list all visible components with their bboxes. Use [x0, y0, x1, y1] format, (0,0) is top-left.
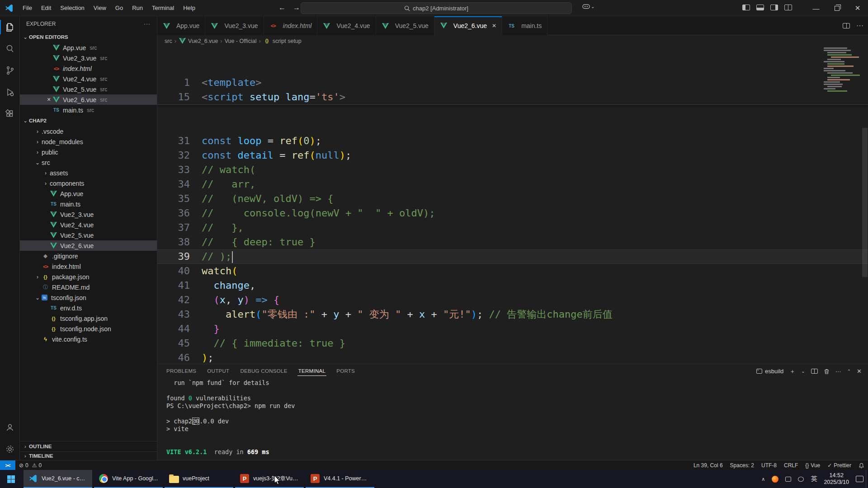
tree-item-src[interactable]: ⌄src [20, 157, 157, 168]
tree-item-tsconfig.app.json[interactable]: {}tsconfig.app.json [20, 313, 157, 324]
tree-item-public[interactable]: ›public [20, 147, 157, 157]
outline-section[interactable]: › OUTLINE [20, 441, 157, 451]
tree-item-tsconfig.node.json[interactable]: {}tsconfig.node.json [20, 324, 157, 334]
code-line-42[interactable]: 42 (x, y) => { [157, 293, 868, 307]
menu-run[interactable]: Run [127, 2, 147, 14]
command-center-search[interactable]: chap2 [Administrator] [301, 2, 572, 14]
open-editor-main.ts[interactable]: TSmain.tssrc [20, 105, 157, 115]
tab-index.html[interactable]: <>index.html [264, 16, 318, 35]
tab-App.vue[interactable]: App.vue [157, 16, 205, 35]
code-line-1[interactable]: 1<template> [157, 75, 868, 90]
close-button[interactable]: ✕ [847, 0, 868, 16]
close-icon[interactable]: ✕ [45, 97, 52, 103]
status-spaces-2[interactable]: Spaces: 2 [730, 462, 754, 469]
taskbar-item-3[interactable]: vueProject [165, 470, 233, 488]
start-button[interactable] [0, 470, 22, 488]
code-line-35[interactable]: 35// (newV, oldV) => { [157, 192, 868, 206]
tree-item-.gitignore[interactable]: ◆.gitignore [20, 251, 157, 261]
code-line-43[interactable]: 43 alert("零钱由 :" + y + " 变为 " + x + "元!"… [157, 307, 868, 322]
timeline-section[interactable]: › TIMELINE [20, 451, 157, 460]
breadcrumb-item[interactable]: {}script setup [263, 38, 302, 44]
maximize-panel-icon[interactable]: ⌃ [847, 369, 851, 374]
terminal-profile[interactable]: esbuild [756, 368, 783, 375]
activity-explorer-icon[interactable] [0, 16, 20, 38]
panel-tab-ports[interactable]: PORTS [332, 364, 359, 378]
tree-item-package.json[interactable]: ›{}package.json [20, 272, 157, 282]
editor-more-actions-icon[interactable]: ··· [856, 22, 863, 30]
tree-item-vite.config.ts[interactable]: ϟvite.config.ts [20, 334, 157, 344]
tree-item-.vscode[interactable]: ›.vscode [20, 126, 157, 136]
panel-tab-output[interactable]: OUTPUT [203, 364, 234, 378]
show-desktop-button[interactable] [866, 470, 868, 488]
code-line-31[interactable]: 31const loop = ref(0); [157, 134, 868, 148]
breadcrumb[interactable]: src›Vue2_6.vue›Vue - Official›{}script s… [157, 35, 868, 47]
panel-tab-terminal[interactable]: TERMINAL [294, 364, 330, 378]
toggle-secondary-sidebar-icon[interactable] [770, 5, 778, 10]
open-editor-App.vue[interactable]: App.vuesrc [20, 42, 157, 53]
notifications-bell-icon[interactable] [859, 463, 864, 469]
close-icon[interactable]: ✕ [492, 23, 496, 29]
tree-item-main.ts[interactable]: TSmain.ts [20, 199, 157, 209]
tree-item-node_modules[interactable]: ›node_modules [20, 136, 157, 147]
menu-go[interactable]: Go [111, 2, 127, 14]
status-utf-8[interactable]: UTF-8 [761, 462, 777, 469]
tab-Vue2_5.vue[interactable]: Vue2_5.vue [376, 16, 434, 35]
code-line-46[interactable]: 46); [157, 351, 868, 364]
open-editor-Vue2_6.vue[interactable]: ✕Vue2_6.vuesrc [20, 94, 157, 105]
tree-item-tsconfig.json[interactable]: ⌄tstsconfig.json [20, 292, 157, 303]
status-vue[interactable]: {}Vue [805, 462, 820, 469]
code-line-45[interactable]: 45 // { immediate: true } [157, 336, 868, 351]
menu-file[interactable]: File [18, 2, 37, 14]
tree-item-Vue2_3.vue[interactable]: Vue2_3.vue [20, 209, 157, 220]
menu-edit[interactable]: Edit [37, 2, 56, 14]
activity-source-control-icon[interactable] [0, 60, 20, 81]
toggle-sidebar-icon[interactable] [742, 5, 750, 10]
code-line-44[interactable]: 44 } [157, 322, 868, 336]
code-editor[interactable]: 1<template>15<script setup lang='ts'> 31… [157, 47, 868, 364]
tree-item-README.md[interactable]: ⓘREADME.md [20, 282, 157, 292]
toggle-panel-icon[interactable] [756, 5, 764, 10]
panel-more-actions-icon[interactable]: ··· [835, 368, 841, 375]
close-panel-icon[interactable]: ✕ [857, 368, 862, 375]
tray-icon[interactable] [785, 477, 791, 482]
kill-terminal-icon[interactable] [824, 368, 830, 375]
tray-expand-icon[interactable]: ∧ [761, 476, 765, 482]
tray-icon[interactable] [798, 477, 804, 482]
open-editor-Vue2_4.vue[interactable]: Vue2_4.vuesrc [20, 74, 157, 84]
menu-terminal[interactable]: Terminal [147, 2, 179, 14]
breadcrumb-item[interactable]: Vue - Official [225, 38, 257, 44]
terminal-output[interactable]: run `npm fund` for details found 0 vulne… [166, 379, 863, 458]
copilot-menu[interactable]: ⌄ [582, 3, 594, 9]
customize-layout-icon[interactable] [784, 5, 792, 10]
taskbar-item-4[interactable]: Pvuejs3-第2章Vue... [235, 470, 304, 488]
project-root-header[interactable]: ⌄ CHAP2 [20, 115, 157, 126]
status-prettier[interactable]: ✓Prettier [827, 462, 851, 469]
code-line-36[interactable]: 36// console.log(newV + " " + oldV); [157, 206, 868, 221]
restore-button[interactable] [826, 0, 847, 16]
taskbar-item-2[interactable]: Vite App - Googl... [94, 470, 163, 488]
code-line-41[interactable]: 41 change, [157, 278, 868, 293]
taskbar-item-1[interactable]: Vue2_6.vue - cha... [24, 470, 92, 488]
status-crlf[interactable]: CRLF [784, 462, 798, 469]
taskbar-clock[interactable]: 14:52 2025/3/10 [824, 472, 849, 486]
tree-item-env.d.ts[interactable]: TSenv.d.ts [20, 303, 157, 313]
tree-item-Vue2_4.vue[interactable]: Vue2_4.vue [20, 220, 157, 230]
minimize-button[interactable]: — [806, 0, 826, 16]
open-editors-header[interactable]: ⌄ OPEN EDITORS [20, 32, 157, 42]
tree-item-Vue2_6.vue[interactable]: Vue2_6.vue [20, 240, 157, 251]
breadcrumb-item[interactable]: Vue2_6.vue [179, 38, 218, 44]
open-editor-Vue2_5.vue[interactable]: Vue2_5.vuesrc [20, 84, 157, 94]
activity-run-debug-icon[interactable] [0, 81, 20, 103]
menu-help[interactable]: Help [179, 2, 200, 14]
tab-Vue2_3.vue[interactable]: Vue2_3.vue [205, 16, 264, 35]
problems-status[interactable]: ⊘ 0 ⚠ 0 [15, 462, 45, 469]
tab-Vue2_4.vue[interactable]: Vue2_4.vue [317, 16, 376, 35]
views-more-actions-icon[interactable]: ··· [144, 21, 151, 27]
code-line-15[interactable]: 15<script setup lang='ts'> [157, 90, 868, 104]
tab-Vue2_6.vue[interactable]: Vue2_6.vue✕ [434, 16, 502, 35]
taskbar-item-5[interactable]: PV4.4.1 - PowerPoi... [306, 470, 374, 488]
terminal-dropdown-icon[interactable]: ⌄ [801, 369, 805, 374]
ime-indicator[interactable]: 英 [811, 475, 817, 483]
split-terminal-icon[interactable] [811, 369, 818, 374]
activity-extensions-icon[interactable] [0, 103, 20, 125]
